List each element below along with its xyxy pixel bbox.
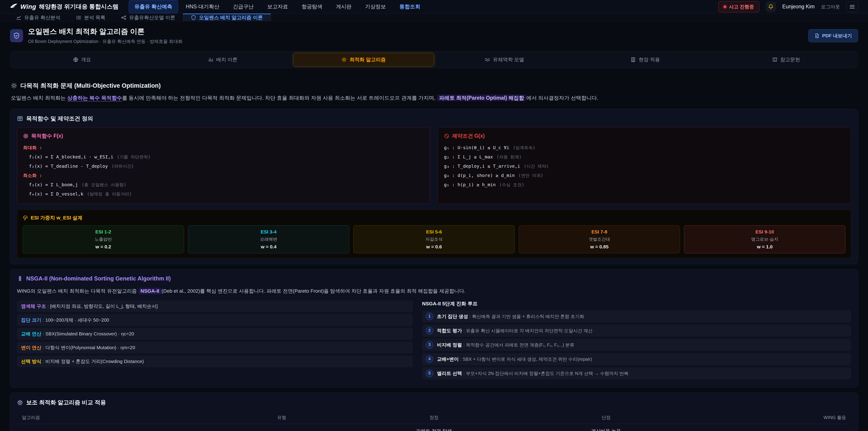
formula: f₂(x) = T_deadline - T_deploy bbox=[29, 163, 108, 170]
loop-step-5: 5엘리트 선택부모+자식 2N 집단에서 비지배 정렬+혼잡도 기준으로 N개 … bbox=[422, 367, 851, 379]
pdf-export-label: PDF 내보내기 bbox=[822, 33, 852, 39]
hamburger-icon bbox=[849, 4, 855, 10]
tab-boom-algorithm-theory[interactable]: 오일펜스 배치 알고리즘 이론 bbox=[183, 13, 271, 21]
loop-step-4: 4교배+변이SBX + 다항식 변이로 자식 세대 생성, 제약조건 위반 수리… bbox=[422, 353, 851, 365]
app-logo[interactable]: Wing 해양환경 위기대응 통합시스템 bbox=[10, 3, 119, 11]
tab-spread-analysis[interactable]: 유출유 확산분석 bbox=[8, 13, 68, 21]
col-header-algorithm: 알고리즘 bbox=[17, 411, 216, 424]
list-icon bbox=[76, 15, 81, 20]
esi-name: 자갈조석 bbox=[356, 237, 512, 242]
esi-range: ESI 3-4 bbox=[191, 229, 346, 235]
bell-icon bbox=[768, 4, 774, 10]
pdf-export-button[interactable]: PDF 내보내기 bbox=[808, 29, 858, 42]
formula: f₃(x) = Σ L_boom,j bbox=[29, 181, 78, 188]
formula-comment: (연안 이격) bbox=[518, 172, 543, 179]
notifications-button[interactable] bbox=[766, 2, 776, 12]
algorithms-table: 알고리즘 유형 장점 단점 WING 활용 NSGA-II 다목적 GA 파레토… bbox=[17, 411, 851, 431]
esi-card-5-6: ESI 5-6 자갈조석 w = 0.6 bbox=[353, 225, 515, 253]
tab-label: 유출유확산모델 이론 bbox=[129, 14, 175, 21]
nsga-evolution-loop: NSGA-II 5단계 진화 루프 1초기 집단 생성확산예측 결과 기반 샘플… bbox=[422, 300, 851, 381]
nav-item-oil-spill-prediction[interactable]: 유출유 확산예측 bbox=[129, 0, 178, 13]
gear-icon bbox=[341, 57, 347, 62]
step-number: 3 bbox=[426, 341, 433, 349]
definition-title-row: 목적함수 및 제약조건 정의 bbox=[17, 115, 851, 122]
param-row-chromosome: 염색체 구조[배치지점 좌표, 방향각도, 길이 L_j, 형태, 배치순서] bbox=[17, 300, 413, 312]
esi-range: ESI 5-6 bbox=[356, 229, 512, 235]
esi-weight: w = 0.2 bbox=[26, 244, 181, 249]
nsga-parameters: 염색체 구조[배치지점 좌표, 방향각도, 길이 L_j, 형태, 배치순서] … bbox=[17, 300, 413, 381]
constraints-panel-title-row: 제약조건 G(x) bbox=[444, 132, 845, 140]
formula: f₄(x) = Σ D_vessel,k bbox=[29, 190, 84, 197]
wave-icon bbox=[485, 57, 490, 62]
user-name: Eunjeong Kim bbox=[782, 4, 815, 10]
esi-name: 모래해변 bbox=[191, 237, 346, 242]
formula: f₁(x) = Σ A_blocked,i · w_ESI,i bbox=[29, 153, 113, 160]
wing-usage: 메인 엔진 bbox=[692, 427, 851, 431]
logo-text: Wing bbox=[20, 3, 36, 10]
compare-title-row: 보조 최적화 알고리즘 비교 적용 bbox=[17, 399, 851, 406]
esi-weight: w = 0.6 bbox=[356, 244, 512, 249]
maximize-label: 최대화 : bbox=[23, 144, 42, 151]
formula: g₄ : d(p_i, shore) ≥ d_min bbox=[444, 172, 515, 179]
col-header-wing-usage: WING 활용 bbox=[692, 411, 851, 424]
network-icon bbox=[121, 15, 126, 20]
formula: g₃ : T_deploy,i ≤ T_arrive,i bbox=[444, 163, 520, 170]
section-tab-deployment-theory[interactable]: 배치 이론 bbox=[152, 53, 293, 66]
esi-card-9-10: ESI 9-10 맹그로브·습지 w = 1.0 bbox=[684, 225, 845, 253]
esi-range: ESI 1-2 bbox=[26, 229, 181, 235]
formula-comment: (수심 조건) bbox=[499, 182, 524, 188]
esi-weight: w = 0.85 bbox=[522, 244, 677, 249]
target-icon bbox=[23, 133, 29, 139]
section-tab-references[interactable]: 참고문헌 bbox=[716, 53, 857, 66]
formula: g₂ : Σ L_j ≤ L_max bbox=[444, 153, 493, 160]
objective-formulas: 최대화 : f₁(x) = Σ A_blocked,i · w_ESI,i(기름… bbox=[23, 143, 424, 199]
objective-function-panel: 목적함수 F(x) 최대화 : f₁(x) = Σ A_blocked,i · … bbox=[17, 127, 430, 204]
highlight-nsga: NSGA-II bbox=[138, 288, 162, 294]
objective-panel-title-row: 목적함수 F(x) bbox=[23, 132, 424, 140]
chart-line-icon bbox=[16, 15, 22, 20]
logout-link[interactable]: 로그아웃 bbox=[821, 4, 840, 10]
nav-item-board[interactable]: 게시판 bbox=[330, 0, 358, 13]
esi-card-1-2: ESI 1-2 노출암반 w = 0.2 bbox=[23, 225, 184, 253]
bar-chart-icon bbox=[208, 57, 213, 62]
constraints-panel-title: 제약조건 G(x) bbox=[452, 132, 485, 140]
menu-button[interactable] bbox=[846, 1, 858, 12]
nav-item-emergency-rescue[interactable]: 긴급구난 bbox=[227, 0, 259, 13]
param-row-population: 집단 크기100~200개체 · 세대수 50~200 bbox=[17, 314, 413, 326]
table-icon bbox=[17, 116, 23, 122]
section-tab-optimization-algorithm[interactable]: 최적화 알고리즘 bbox=[293, 53, 434, 66]
nav-item-hns-atmospheric[interactable]: HNS·대기확산 bbox=[180, 0, 225, 13]
nsga-card: NSGA-II (Non-dominated Sorting Genetic A… bbox=[10, 269, 858, 388]
esi-card-3-4: ESI 3-4 모래해변 w = 0.4 bbox=[188, 225, 349, 253]
intro-section: 다목적 최적화 문제 (Multi-Objective Optimization… bbox=[0, 76, 868, 104]
section-tab-label: 참고문헌 bbox=[780, 56, 800, 63]
red-dot-icon bbox=[723, 5, 726, 8]
tab-analysis-list[interactable]: 분석 목록 bbox=[68, 13, 113, 21]
sub-tabbar: 유출유 확산분석 분석 목록 유출유확산모델 이론 오일펜스 배치 알고리즘 이… bbox=[0, 13, 868, 21]
section-tab-hydrodynamics-model[interactable]: 유체역학 모델 bbox=[434, 53, 575, 66]
compare-card: 보조 최적화 알고리즘 비교 적용 알고리즘 유형 장점 단점 WING 활용 … bbox=[10, 393, 858, 431]
step-number: 4 bbox=[426, 355, 433, 363]
page-header: 오일펜스 배치 최적화 알고리즘 이론 Oil Boom Deployment … bbox=[0, 21, 868, 50]
param-row-selection: 선택 방식비지배 정렬 + 혼잡도 거리(Crowding Distance) bbox=[17, 356, 413, 367]
esi-card-7-8: ESI 7-8 갯벌조간대 w = 0.85 bbox=[519, 225, 680, 253]
objective-panel-title: 목적함수 F(x) bbox=[31, 132, 63, 140]
nav-item-reports[interactable]: 보고자료 bbox=[261, 0, 294, 13]
highlight-pareto: 파레토 최적(Pareto Optimal) 해집합 bbox=[437, 94, 526, 101]
section-tab-label: 유체역학 모델 bbox=[493, 56, 524, 63]
nav-item-weather[interactable]: 기상정보 bbox=[359, 0, 392, 13]
tab-spread-model-theory[interactable]: 유출유확산모델 이론 bbox=[113, 13, 183, 21]
section-tab-label: 개요 bbox=[81, 56, 91, 63]
section-tab-field-application[interactable]: 현장 적용 bbox=[575, 53, 716, 66]
formula: g₅ : h(p_i) ≥ h_min bbox=[444, 181, 496, 188]
esi-weights-panel: ESI 가중치 w_ESI 설계 ESI 1-2 노출암반 w = 0.2 ES… bbox=[17, 210, 851, 258]
nsga-title: NSGA-II (Non-dominated Sorting Genetic A… bbox=[26, 275, 170, 282]
esi-name: 맹그로브·습지 bbox=[687, 237, 842, 242]
nav-item-integrated-search[interactable]: 통합조회 bbox=[394, 0, 426, 13]
nav-item-aerial-search[interactable]: 항공탐색 bbox=[296, 0, 328, 13]
section-tab-overview[interactable]: 개요 bbox=[11, 53, 152, 66]
esi-name: 갯벌조간대 bbox=[522, 237, 677, 242]
dna-icon bbox=[17, 276, 23, 282]
formula-comment: (기름 차단면적) bbox=[117, 154, 150, 160]
table-header-row: 알고리즘 유형 장점 단점 WING 활용 bbox=[17, 411, 851, 424]
